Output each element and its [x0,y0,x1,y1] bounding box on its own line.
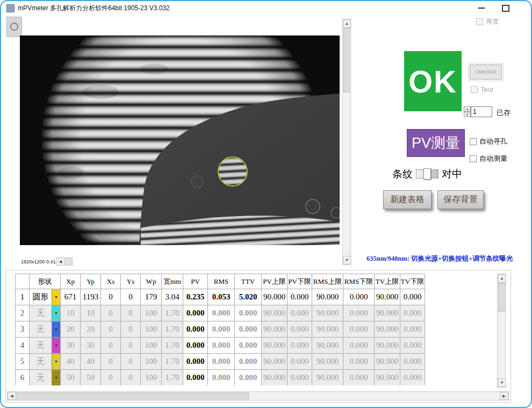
shape-cell[interactable]: 无▼ [30,354,61,370]
cell-rmsu[interactable]: 90.000 [312,370,343,386]
cell-tvd[interactable]: 0.000 [400,354,425,370]
shape-dropdown-icon[interactable]: ▼ [52,289,60,305]
cell-rmsd[interactable]: 0.000 [343,305,375,321]
cell-wp[interactable]: 100 [141,370,162,386]
scroll-up-icon[interactable]: ▲ [498,274,506,283]
cell-w[interactable]: 1.70 [162,338,183,354]
viewer-vscroll-thumb[interactable] [343,28,350,92]
viewer-horizontal-scrollbar[interactable]: ◀ [56,257,73,266]
cell-pvu[interactable]: 90.000 [262,289,287,305]
cell-tvu[interactable]: 90.000 [375,305,400,321]
cell-xp[interactable]: 30 [61,338,81,354]
table-vertical-scrollbar[interactable]: ▲ ▼ [497,274,506,388]
cell-pvu[interactable]: 90.000 [262,338,287,354]
cell-wp[interactable]: 100 [141,354,162,370]
scroll-down-icon[interactable]: ▼ [343,256,351,264]
shape-dropdown-icon[interactable]: ▼ [52,305,60,321]
shape-dropdown-icon[interactable]: ▼ [52,338,60,353]
cell-ttv[interactable]: 0.000 [235,338,262,354]
cell-pvd[interactable]: 0.000 [287,354,312,370]
cell-pvd[interactable]: 0.000 [287,321,312,338]
cell-wp[interactable]: 100 [141,305,162,321]
cell-rmsu[interactable]: 90.000 [312,289,343,305]
scroll-up-icon[interactable]: ▲ [343,19,351,28]
test-checkbox[interactable]: Test [471,85,493,94]
auto-measure-checkbox[interactable]: 自动测量 [470,154,507,163]
table-horizontal-scrollbar[interactable]: ◀ ▶ [7,391,509,400]
cell-xp[interactable]: 40 [61,354,81,370]
cell-pv[interactable]: 0.000 [183,321,208,338]
cell-rms[interactable]: 0.000 [208,305,235,321]
cell-pv[interactable]: 0.235 [183,289,208,305]
cell-pv[interactable]: 0.000 [183,354,208,370]
cell-yp[interactable]: 40 [81,354,101,370]
cell-pvu[interactable]: 90.000 [262,370,287,386]
save-background-button[interactable]: 保存背景 [437,190,484,209]
cell-pv[interactable]: 0.000 [183,338,208,354]
cell-w[interactable]: 1.70 [162,305,183,321]
cell-ys[interactable]: 0 [121,354,141,370]
table-vscroll-thumb[interactable] [498,283,506,312]
cell-ys[interactable]: 0 [121,305,141,321]
cell-w[interactable]: 1.70 [162,370,183,386]
cell-xs[interactable]: 0 [101,289,121,305]
cell-tvu[interactable]: 90.000 [375,354,400,370]
saved-count-field[interactable]: 1 [471,106,492,117]
cell-pvu[interactable]: 90.000 [262,305,287,321]
shape-cell[interactable]: 无▼ [30,321,61,338]
cell-ys[interactable]: 0 [121,370,141,386]
shape-cell[interactable]: 无▼ [30,370,61,386]
cell-ys[interactable]: 0 [121,338,141,354]
cell-rmsd[interactable]: 0.000 [343,321,375,338]
cell-xs[interactable]: 0 [101,338,121,354]
cell-pvd[interactable]: 0.000 [287,305,312,321]
cell-yp[interactable]: 20 [81,321,101,338]
cell-tvu[interactable]: 90.000 [375,370,400,386]
shape-cell[interactable]: 无▼ [30,338,61,354]
cell-tvu[interactable]: 90.000 [375,321,400,338]
cell-w[interactable]: 1.70 [162,354,183,370]
cell-ttv[interactable]: 0.000 [235,305,262,321]
cell-rms[interactable]: 0.000 [208,321,235,338]
cell-yp[interactable]: 50 [81,370,101,386]
minimize-icon[interactable] [478,8,485,9]
spin-down-icon[interactable]: ▼ [464,112,471,117]
cell-wp[interactable]: 100 [141,338,162,354]
cell-pvu[interactable]: 90.000 [262,321,287,338]
cell-xp[interactable]: 10 [61,305,81,321]
cell-yp[interactable]: 1193 [81,289,101,305]
cell-tvd[interactable]: 0.000 [400,321,425,338]
cell-tvd[interactable]: 0.000 [400,338,425,354]
pv-measure-button[interactable]: PV测量 [407,129,465,157]
cell-wp[interactable]: 179 [141,289,162,305]
cell-rms[interactable]: 0.000 [208,354,235,370]
cmsock-button[interactable]: CMSOCK [470,65,502,80]
cell-pvu[interactable]: 90.000 [262,354,287,370]
cell-xs[interactable]: 0 [101,321,121,338]
cell-ttv[interactable]: 0.000 [235,354,262,370]
cell-pvd[interactable]: 0.000 [287,289,312,305]
cell-rmsd[interactable]: 0.000 [343,354,375,370]
fringe-align-toggle[interactable] [416,169,438,178]
cell-xp[interactable]: 50 [61,370,81,386]
shape-dropdown-icon[interactable]: ▼ [52,354,60,369]
cell-rms[interactable]: 0.000 [208,370,235,386]
new-table-button[interactable]: 新建表格 [383,190,432,209]
shape-cell[interactable]: 圆形▼ [30,289,61,305]
cell-rmsu[interactable]: 90.000 [312,321,343,338]
camera-tool-icon[interactable] [6,17,22,37]
cell-ys[interactable]: 0 [121,321,141,338]
auto-find-hole-checkbox[interactable]: 自动寻孔 [470,137,507,146]
cell-w[interactable]: 1.70 [162,321,183,338]
scroll-left-icon[interactable]: ◀ [56,257,65,266]
cell-ttv[interactable]: 0.000 [235,370,262,386]
cell-pvd[interactable]: 0.000 [287,338,312,354]
cell-rmsu[interactable]: 90.000 [312,305,343,321]
cell-rmsd[interactable]: 0.000 [343,289,375,305]
cell-xs[interactable]: 0 [101,370,121,386]
table-hscroll-thumb[interactable] [17,392,249,400]
cell-rms[interactable]: 0.053 [208,289,235,305]
shape-dropdown-icon[interactable]: ▼ [52,321,60,337]
scroll-right-icon[interactable]: ▶ [500,392,508,400]
scroll-down-icon[interactable]: ▼ [498,378,506,387]
